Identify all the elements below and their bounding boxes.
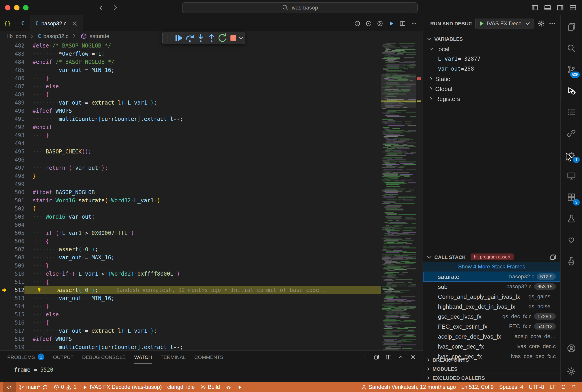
debug-step-out-button[interactable] <box>206 32 217 44</box>
code-text[interactable]: ········var_out·=·extract_l(·L_var1·); <box>25 327 381 335</box>
activitybar-manage[interactable] <box>561 361 582 382</box>
code-line[interactable]: 485········var_out·=·MIN_16; <box>0 66 381 74</box>
line-number[interactable]: 494 <box>9 140 25 148</box>
debug-step-over-button[interactable] <box>184 32 195 44</box>
gutter-glyph-margin[interactable] <box>0 327 9 335</box>
gutter-glyph-margin[interactable] <box>0 50 9 58</box>
minimap-slider[interactable] <box>381 74 416 108</box>
code-text[interactable]: ········var_out·=·extract_l(·L_var1·); <box>25 99 381 107</box>
statusbar-debug-target[interactable]: IVAS FX Decode (ivas-basop) <box>79 382 164 392</box>
statusbar-notifications-bell[interactable] <box>568 382 579 392</box>
code-text[interactable] <box>25 140 381 148</box>
debug-restart-button[interactable] <box>217 32 228 44</box>
gutter-glyph-margin[interactable] <box>0 164 9 172</box>
code-line[interactable]: 511····{ <box>0 278 381 286</box>
debug-continue-button[interactable] <box>174 32 184 44</box>
section-modules[interactable]: MODULES <box>423 364 560 373</box>
line-number[interactable]: 506 <box>9 237 25 245</box>
show-more-stack-frames[interactable]: Show 4 More Stack Frames <box>423 262 560 272</box>
variables-scope-registers[interactable]: Registers <box>423 94 560 104</box>
gutter-glyph-margin[interactable] <box>0 58 9 66</box>
activitybar-live-preview[interactable] <box>561 165 582 186</box>
gutter-glyph-margin[interactable] <box>0 148 9 156</box>
gutter-glyph-margin[interactable] <box>0 310 9 319</box>
code-text[interactable]: ········assert(·0·); <box>25 245 381 254</box>
code-line[interactable]: 486····} <box>0 74 381 82</box>
breadcrumb-symbol[interactable]: saturate <box>90 33 109 40</box>
code-line[interactable]: 495····BASOP_CHECK(); <box>0 148 381 156</box>
code-line[interactable]: 514····} <box>0 302 381 310</box>
statusbar-bug-button[interactable] <box>223 382 234 392</box>
line-number[interactable]: 502 <box>9 204 25 213</box>
code-line[interactable]: 519········multiCounter[currCounter].ext… <box>0 343 381 350</box>
gutter-glyph-margin[interactable] <box>0 82 9 90</box>
gutter-glyph-margin[interactable] <box>0 74 9 82</box>
activitybar-sponsor-extension[interactable] <box>561 229 582 250</box>
gutter-glyph-margin[interactable] <box>0 343 9 350</box>
gutter-glyph-margin[interactable] <box>0 115 9 123</box>
code-line[interactable]: 483········*Overflow·=·1; <box>0 50 381 58</box>
close-tab-icon[interactable] <box>71 20 78 27</box>
gutter-glyph-margin[interactable] <box>0 245 9 254</box>
line-number[interactable]: 498 <box>9 172 25 180</box>
code-line[interactable]: 497····return·(·var_out·); <box>0 164 381 172</box>
code-line[interactable]: 494 <box>0 140 381 148</box>
dot-circle-icon[interactable] <box>365 20 372 26</box>
code-line[interactable]: 517········var_out·=·extract_l(·L_var1·)… <box>0 327 381 335</box>
panel-tab-comments[interactable]: COMMENTS <box>194 351 223 364</box>
line-number[interactable]: 495 <box>9 148 25 156</box>
stop-dropdown-icon[interactable] <box>237 34 243 42</box>
code-text[interactable]: ········var_out·=·MAX_16; <box>25 254 381 262</box>
statusbar-run-button[interactable] <box>234 382 245 392</box>
call-stack-frame[interactable]: acelp_core_dec_ivas_fxacelp_core_de… <box>423 331 560 341</box>
statusbar-branch-status[interactable]: main* <box>16 382 51 392</box>
code-text[interactable]: ····else <box>25 82 381 90</box>
gutter-glyph-margin[interactable] <box>0 156 9 164</box>
call-stack-frame[interactable]: ivas_core_dec_fxivas_core_dec.c <box>423 341 560 351</box>
code-text[interactable] <box>25 180 381 188</box>
gutter-glyph-margin[interactable] <box>0 278 9 286</box>
code-line[interactable]: 490#ifdef·WMOPS <box>0 107 381 115</box>
line-number[interactable]: 483 <box>9 50 25 58</box>
line-number[interactable]: 514 <box>9 302 25 310</box>
code-line[interactable]: 504 <box>0 221 381 229</box>
code-text[interactable]: ····} <box>25 262 381 270</box>
debug-stop-button[interactable] <box>228 32 239 44</box>
statusbar-blame-info[interactable]: Sandesh Venkatesh, 12 months ago <box>358 382 459 392</box>
code-line[interactable]: 513········var_out·=·MIN_16; <box>0 294 381 302</box>
line-number[interactable]: 488 <box>9 90 25 99</box>
gutter-glyph-margin[interactable] <box>0 172 9 180</box>
overview-ruler[interactable] <box>416 41 423 350</box>
callstack-actions-icon[interactable] <box>549 253 557 260</box>
code-text[interactable]: ········var_out·=·MIN_16; <box>25 294 381 302</box>
navigate-back-icon[interactable] <box>97 4 105 11</box>
code-text[interactable]: ········multiCounter[currCounter].extrac… <box>25 343 381 350</box>
line-number[interactable]: 499 <box>9 180 25 188</box>
gutter-glyph-margin[interactable] <box>0 123 9 131</box>
statusbar-indentation[interactable]: Spaces: 4 <box>496 382 526 392</box>
gutter-glyph-margin[interactable] <box>0 221 9 229</box>
code-text[interactable]: ····Word16·var_out; <box>25 213 381 221</box>
code-text[interactable]: ····} <box>25 131 381 140</box>
line-number[interactable]: 503 <box>9 213 25 221</box>
code-text[interactable] <box>25 156 381 164</box>
code-line[interactable]: 491········multiCounter[currCounter].ext… <box>0 115 381 123</box>
code-text[interactable]: } <box>25 172 381 180</box>
section-excluded-callers[interactable]: EXCLUDED CALLERS <box>423 373 560 382</box>
code-line[interactable]: 518#ifdef·WMOPS <box>0 335 381 343</box>
code-line[interactable]: 501static·Word16·saturate(·Word32·L_var1… <box>0 196 381 204</box>
gutter-glyph-margin[interactable] <box>0 131 9 140</box>
call-stack-frame[interactable]: saturatebasop32.c512:9 <box>423 272 560 282</box>
code-text[interactable]: ····if·(·L_var1·>·0X00007fffL·) <box>25 229 381 237</box>
code-text[interactable]: ····{ <box>25 319 381 327</box>
back-circle-icon[interactable] <box>354 20 360 26</box>
maximize-window-button[interactable] <box>23 5 29 10</box>
line-number[interactable]: 489 <box>9 99 25 107</box>
code-text[interactable]: #ifdef·WMOPS <box>25 335 381 343</box>
code-editor[interactable]: 482#else·/* BASOP_NOGLOB */483········*O… <box>0 41 423 350</box>
debug-step-into-button[interactable] <box>195 32 206 44</box>
gutter-glyph-margin[interactable] <box>0 262 9 270</box>
code-text[interactable]: #endif·/* BASOP_NOGLOB */ <box>25 58 381 66</box>
activitybar-remote-link[interactable] <box>561 123 582 144</box>
gutter-glyph-margin[interactable] <box>0 270 9 278</box>
